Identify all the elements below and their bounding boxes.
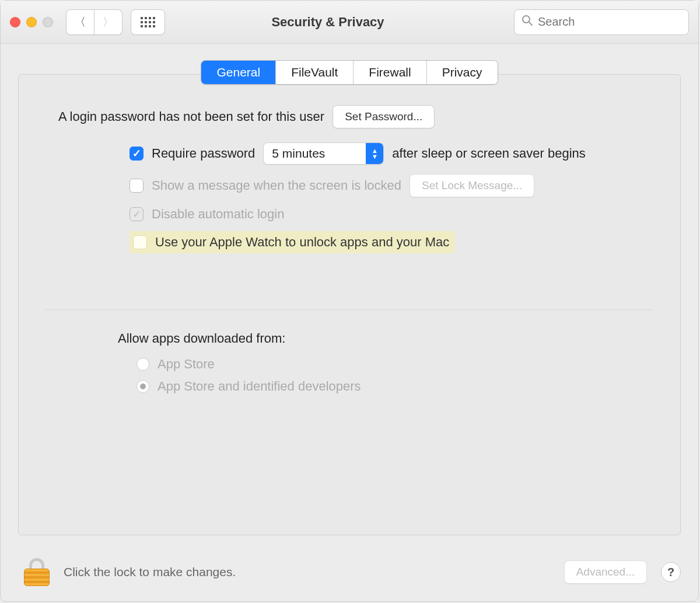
tab-bar: General FileVault Firewall Privacy: [201, 60, 498, 85]
chevron-left-icon: 〈: [75, 15, 86, 30]
tab-general[interactable]: General: [201, 61, 276, 84]
disable-auto-login-row: ✓ Disable automatic login: [130, 207, 645, 222]
lock-hint-text: Click the lock to make changes.: [64, 565, 550, 579]
advanced-button: Advanced...: [564, 560, 647, 584]
search-icon: [522, 15, 533, 29]
zoom-button: [43, 17, 53, 27]
radio-app-store-label: App Store: [158, 357, 215, 372]
preferences-window: 〈 〉 Security & Privacy General FileVault…: [0, 0, 699, 602]
login-password-message: A login password has not been set for th…: [58, 109, 324, 124]
divider: [46, 309, 653, 310]
require-password-delay-popup[interactable]: 5 minutes ▲▼: [263, 142, 384, 165]
svg-line-1: [529, 22, 532, 25]
require-password-row: ✓ Require password 5 minutes ▲▼ after sl…: [130, 142, 645, 165]
radio-app-store-dev-label: App Store and identified developers: [158, 379, 361, 394]
disable-auto-login-checkbox: ✓: [130, 207, 144, 221]
require-password-label: Require password: [152, 146, 255, 161]
tab-firewall[interactable]: Firewall: [354, 61, 426, 84]
search-input[interactable]: [538, 15, 681, 29]
lock-button[interactable]: [24, 558, 50, 586]
apple-watch-row: Use your Apple Watch to unlock apps and …: [130, 231, 645, 253]
stepper-arrows-icon: ▲▼: [366, 142, 383, 165]
minimize-button[interactable]: [26, 17, 37, 27]
require-password-delay-value: 5 minutes: [272, 147, 366, 161]
toolbar: 〈 〉 Security & Privacy: [1, 1, 698, 44]
radio-app-store-and-developers: [136, 380, 149, 393]
close-button[interactable]: [10, 17, 20, 27]
allow-apps-label: Allow apps downloaded from:: [118, 331, 645, 346]
show-message-row: Show a message when the screen is locked…: [130, 174, 645, 197]
allow-apps-radios: App Store App Store and identified devel…: [136, 357, 645, 394]
svg-point-0: [523, 16, 530, 23]
apple-watch-label: Use your Apple Watch to unlock apps and …: [155, 235, 449, 250]
tab-filevault[interactable]: FileVault: [276, 61, 354, 84]
chevron-right-icon: 〉: [103, 15, 114, 30]
footer: Click the lock to make changes. Advanced…: [1, 546, 698, 601]
help-button[interactable]: ?: [661, 562, 681, 582]
search-field[interactable]: [514, 9, 689, 35]
forward-button[interactable]: 〉: [94, 9, 123, 35]
back-button[interactable]: 〈: [66, 9, 94, 35]
apple-watch-checkbox[interactable]: [133, 235, 147, 249]
disable-auto-login-label: Disable automatic login: [152, 207, 284, 222]
nav-buttons: 〈 〉: [66, 9, 123, 35]
window-title: Security & Privacy: [150, 15, 506, 30]
set-password-button[interactable]: Set Password...: [332, 105, 435, 128]
tab-privacy[interactable]: Privacy: [427, 61, 498, 84]
traffic-lights: [10, 17, 53, 27]
general-panel: A login password has not been set for th…: [18, 74, 681, 535]
show-message-checkbox: [130, 179, 144, 193]
show-message-label: Show a message when the screen is locked: [152, 178, 401, 193]
require-password-suffix: after sleep or screen saver begins: [392, 146, 585, 161]
radio-app-store: [136, 358, 149, 371]
require-password-checkbox[interactable]: ✓: [130, 147, 144, 161]
set-lock-message-button: Set Lock Message...: [410, 174, 534, 197]
